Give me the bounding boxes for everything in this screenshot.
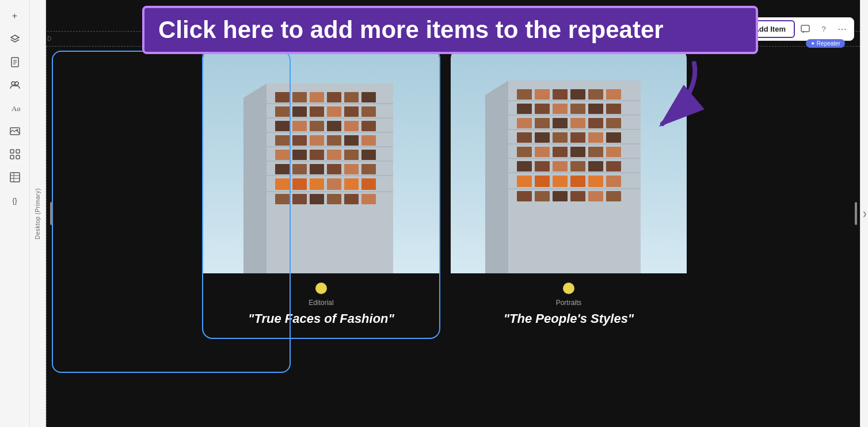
svg-rect-46 [310,150,324,160]
svg-rect-91 [535,118,550,128]
svg-rect-89 [606,104,621,114]
comment-button[interactable] [797,21,813,37]
svg-rect-12 [16,155,20,159]
svg-rect-13 [10,173,20,182]
svg-rect-26 [275,106,290,117]
card-1-title: "True Faces of Fashion" [215,311,428,326]
svg-rect-93 [570,118,585,128]
grid-icon[interactable] [5,144,25,165]
scrollbar-right[interactable] [855,202,857,225]
svg-rect-66 [344,194,359,204]
svg-rect-11 [10,155,14,159]
svg-rect-44 [275,150,290,160]
svg-rect-28 [310,106,324,117]
svg-rect-94 [588,118,603,128]
svg-rect-107 [606,147,621,157]
add-icon[interactable]: + [5,6,25,26]
repeater-badge: ✦ Repeater [806,39,845,48]
svg-rect-49 [361,150,376,160]
svg-rect-32 [275,121,290,131]
svg-rect-27 [292,106,307,117]
card-1-footer: Editorial "True Faces of Fashion" [203,273,439,338]
svg-rect-82 [588,89,603,100]
svg-rect-85 [535,104,550,114]
svg-rect-83 [606,89,621,100]
svg-rect-35 [327,121,341,131]
svg-rect-133 [696,26,699,29]
add-item-button[interactable]: Add Item [744,20,795,38]
svg-rect-42 [344,135,359,146]
text-icon[interactable]: Aα [5,98,25,119]
svg-rect-57 [292,178,307,190]
svg-rect-92 [553,118,568,128]
svg-rect-54 [344,164,359,174]
svg-rect-37 [361,121,376,131]
add-item-label: Add Item [753,25,786,33]
svg-rect-102 [517,147,532,157]
cards-dropdown-button[interactable]: Cards [689,22,743,36]
collapse-icon: ❯ [862,211,867,217]
svg-rect-86 [553,104,568,114]
svg-rect-123 [570,191,585,201]
svg-point-5 [15,82,18,85]
svg-rect-88 [588,104,603,114]
card-2-footer: Portraits "The People's Styles" [451,273,687,338]
svg-rect-108 [517,161,532,171]
layers-icon[interactable] [5,29,25,49]
svg-rect-81 [570,89,585,100]
card-2-category: Portraits [462,299,675,307]
canvas-viewport: [MY PORTFOLIO] D [30,0,860,427]
svg-rect-79 [535,89,550,100]
svg-rect-24 [344,92,359,102]
svg-rect-41 [327,135,341,146]
d-label: D [47,36,51,42]
canvas-label-text: Desktop (Primary) [35,188,41,239]
svg-point-8 [16,129,18,131]
svg-rect-99 [570,132,585,143]
card-1[interactable]: Editorial "True Faces of Fashion" [203,49,439,338]
svg-rect-10 [16,150,20,153]
scrollbar-left[interactable] [50,202,52,225]
code-icon[interactable]: {} [5,190,25,211]
svg-rect-100 [588,132,603,143]
svg-rect-56 [275,178,290,190]
svg-rect-103 [535,147,550,157]
more-button[interactable]: ⋯ [834,21,850,37]
svg-rect-61 [361,178,376,190]
svg-rect-119 [606,176,621,187]
svg-rect-117 [570,176,585,187]
svg-rect-134 [700,26,703,29]
help-button[interactable]: ? [816,21,832,37]
page-icon[interactable] [5,52,25,73]
svg-rect-38 [275,135,290,146]
card-2[interactable]: Portraits "The People's Styles" [451,49,687,338]
people-icon[interactable] [5,75,25,96]
media-icon[interactable] [5,121,25,142]
table-icon[interactable] [5,167,25,188]
collapse-button[interactable]: ❯ [861,205,868,222]
card-1-dot [315,283,327,294]
svg-rect-95 [606,118,621,128]
svg-marker-19 [243,83,267,273]
cards-label: Cards [707,25,727,33]
svg-rect-114 [517,176,532,187]
svg-point-4 [12,82,15,85]
svg-rect-78 [517,89,532,100]
main-area: Desktop (Primary) [MY PORTFOLIO] D [30,0,860,427]
left-sidebar: + Aα [0,0,30,427]
svg-rect-43 [361,135,376,146]
svg-rect-105 [570,147,585,157]
svg-rect-22 [310,92,324,102]
svg-rect-135 [696,30,699,33]
svg-rect-109 [535,161,550,171]
svg-rect-137 [801,25,809,32]
canvas-label-strip: Desktop (Primary) [30,0,46,427]
svg-rect-65 [327,194,341,204]
toolbar: Cards Add Item ? ⋯ [685,17,854,41]
svg-rect-50 [275,164,290,174]
svg-rect-110 [553,161,568,171]
portfolio-title: [MY PORTFOLIO] [403,12,488,20]
svg-rect-48 [344,150,359,160]
svg-rect-62 [275,194,290,204]
svg-rect-120 [517,191,532,201]
